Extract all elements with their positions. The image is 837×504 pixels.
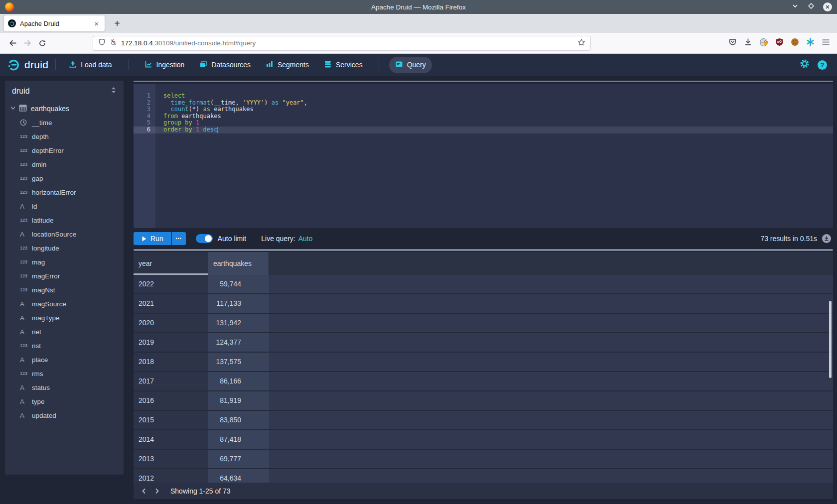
cell-year[interactable]: 2018 bbox=[134, 353, 208, 372]
shield-icon[interactable] bbox=[98, 38, 106, 48]
ublock-icon[interactable]: uO bbox=[775, 38, 784, 48]
sidebar-column-id[interactable]: Aid bbox=[5, 199, 124, 213]
cell-year[interactable]: 2017 bbox=[134, 372, 208, 391]
sidebar-column-depthError[interactable]: 123depthError bbox=[5, 143, 124, 157]
cell-earthquakes[interactable]: 131,942 bbox=[208, 314, 269, 333]
cell-earthquakes[interactable]: 87,418 bbox=[208, 430, 269, 450]
sidebar-column-magError[interactable]: 123magError bbox=[5, 269, 124, 283]
column-header-year[interactable]: year bbox=[134, 252, 208, 275]
prev-page-icon[interactable] bbox=[138, 485, 150, 498]
cell-earthquakes[interactable]: 69,777 bbox=[208, 450, 269, 469]
tab-close-icon[interactable]: × bbox=[92, 19, 101, 28]
vertical-scrollbar-thumb[interactable] bbox=[829, 301, 832, 378]
url-bar[interactable]: 172.18.0.4:30109/unified-console.html#qu… bbox=[93, 36, 591, 51]
minimize-icon[interactable] bbox=[791, 2, 799, 12]
sidebar-column-updated[interactable]: Aupdated bbox=[5, 408, 124, 422]
close-icon[interactable] bbox=[823, 2, 832, 11]
cell-earthquakes[interactable]: 117,133 bbox=[208, 294, 269, 314]
downloads-icon[interactable] bbox=[744, 38, 752, 48]
forward-icon[interactable] bbox=[20, 36, 35, 51]
cell-earthquakes[interactable]: 86,166 bbox=[208, 372, 269, 391]
back-icon[interactable] bbox=[5, 36, 20, 51]
sidebar-column-horizontalError[interactable]: 123horizontalError bbox=[5, 185, 124, 199]
code-line-5[interactable]: group by 1 bbox=[155, 120, 833, 126]
cell-year[interactable]: 2022 bbox=[134, 275, 208, 294]
cell-year[interactable]: 2019 bbox=[134, 333, 208, 353]
editor-top-scrollbar[interactable] bbox=[134, 81, 833, 82]
sidebar-column-latitude[interactable]: 123latitude bbox=[5, 213, 124, 227]
row-filler bbox=[269, 314, 833, 333]
sidebar-column-type[interactable]: Atype bbox=[5, 394, 124, 408]
double-caret-icon[interactable] bbox=[111, 87, 117, 96]
cell-earthquakes[interactable]: 81,919 bbox=[208, 391, 269, 411]
sidebar-column-dmin[interactable]: 123dmin bbox=[5, 157, 124, 171]
cell-earthquakes[interactable]: 83,850 bbox=[208, 411, 269, 430]
code-line-4[interactable]: from earthquakes bbox=[155, 113, 833, 120]
run-button[interactable]: Run bbox=[134, 232, 171, 245]
cell-year[interactable]: 2016 bbox=[134, 391, 208, 411]
string-type-icon: A bbox=[20, 203, 30, 210]
nav-item-services[interactable]: Services bbox=[318, 57, 369, 73]
sidebar-column-__time[interactable]: __time bbox=[5, 116, 124, 129]
url-text[interactable]: 172.18.0.4:30109/unified-console.html#qu… bbox=[121, 39, 573, 47]
sidebar-column-locationSource[interactable]: AlocationSource bbox=[5, 227, 124, 241]
sidebar-column-magSource[interactable]: AmagSource bbox=[5, 297, 124, 311]
reload-icon[interactable] bbox=[35, 36, 50, 51]
cell-year[interactable]: 2015 bbox=[134, 411, 208, 430]
sidebar-table-earthquakes[interactable]: earthquakes bbox=[5, 102, 124, 116]
code-line-3[interactable]: count(*) as earthquakes bbox=[155, 106, 833, 113]
help-icon[interactable]: ? bbox=[818, 60, 827, 70]
sidebar-column-place[interactable]: Aplace bbox=[5, 353, 124, 367]
sql-editor[interactable]: 123456 select time_format(__time, 'YYYY'… bbox=[134, 84, 833, 228]
nav-item-segments[interactable]: Segments bbox=[260, 57, 315, 73]
string-type-icon: A bbox=[20, 398, 30, 405]
sidebar-column-magNst[interactable]: 123magNst bbox=[5, 283, 124, 297]
maximize-icon[interactable] bbox=[807, 2, 815, 12]
nav-item-load-data[interactable]: Load data bbox=[63, 57, 118, 73]
sidebar-column-nst[interactable]: 123nst bbox=[5, 339, 124, 353]
colorful-asterisk-extension-icon[interactable] bbox=[806, 38, 815, 48]
sidebar-column-mag[interactable]: 123mag bbox=[5, 255, 124, 269]
nav-item-datasources[interactable]: Datasources bbox=[193, 57, 257, 73]
bookmark-star-icon[interactable] bbox=[577, 38, 585, 48]
gear-icon[interactable] bbox=[800, 59, 810, 71]
cell-year[interactable]: 2020 bbox=[134, 314, 208, 333]
nav-item-query[interactable]: Query bbox=[389, 57, 432, 73]
chevron-down-icon[interactable] bbox=[10, 105, 16, 113]
run-more-button[interactable]: ••• bbox=[172, 232, 186, 245]
schema-selector[interactable]: druid bbox=[5, 81, 124, 102]
cell-year[interactable]: 2021 bbox=[134, 294, 208, 314]
cell-year[interactable]: 2014 bbox=[134, 430, 208, 450]
sidebar-column-magType[interactable]: AmagType bbox=[5, 311, 124, 325]
auto-limit-toggle[interactable] bbox=[196, 234, 213, 243]
lock-broken-icon[interactable] bbox=[110, 38, 117, 48]
hamburger-menu-icon[interactable] bbox=[822, 38, 830, 48]
code-line-6[interactable]: order by 1 desc bbox=[155, 126, 833, 133]
code-line-1[interactable]: select bbox=[155, 93, 833, 100]
cell-earthquakes[interactable]: 59,744 bbox=[208, 275, 269, 294]
new-tab-button[interactable]: + bbox=[110, 16, 125, 31]
pocket-icon[interactable] bbox=[728, 38, 737, 48]
sidebar-column-rms[interactable]: 123rms bbox=[5, 367, 124, 380]
column-header-earthquakes[interactable]: earthquakes bbox=[208, 252, 269, 275]
download-results-icon[interactable] bbox=[822, 234, 831, 243]
container-extension-icon[interactable] bbox=[759, 38, 768, 49]
editor-code[interactable]: select time_format(__time, 'YYYY') as "y… bbox=[155, 84, 833, 228]
sidebar-column-net[interactable]: Anet bbox=[5, 325, 124, 339]
sidebar-column-status[interactable]: Astatus bbox=[5, 380, 124, 394]
cell-earthquakes[interactable]: 137,575 bbox=[208, 353, 269, 372]
live-query-value[interactable]: Auto bbox=[298, 235, 313, 243]
cell-earthquakes[interactable]: 124,377 bbox=[208, 333, 269, 353]
nav-item-ingestion[interactable]: Ingestion bbox=[139, 57, 191, 73]
next-page-icon[interactable] bbox=[150, 485, 163, 498]
results-splitter[interactable] bbox=[134, 249, 833, 251]
druid-logo[interactable]: druid bbox=[7, 58, 48, 72]
cell-year[interactable]: 2013 bbox=[134, 450, 208, 469]
sidebar-column-gap[interactable]: 123gap bbox=[5, 171, 124, 185]
tab-apache-druid[interactable]: Apache Druid × bbox=[4, 15, 105, 31]
auto-limit-label: Auto limit bbox=[218, 235, 247, 243]
sidebar-column-longitude[interactable]: 123longitude bbox=[5, 241, 124, 255]
code-line-2[interactable]: time_format(__time, 'YYYY') as "year", bbox=[155, 100, 833, 107]
sidebar-column-depth[interactable]: 123depth bbox=[5, 129, 124, 143]
cookie-extension-icon[interactable] bbox=[791, 38, 799, 48]
